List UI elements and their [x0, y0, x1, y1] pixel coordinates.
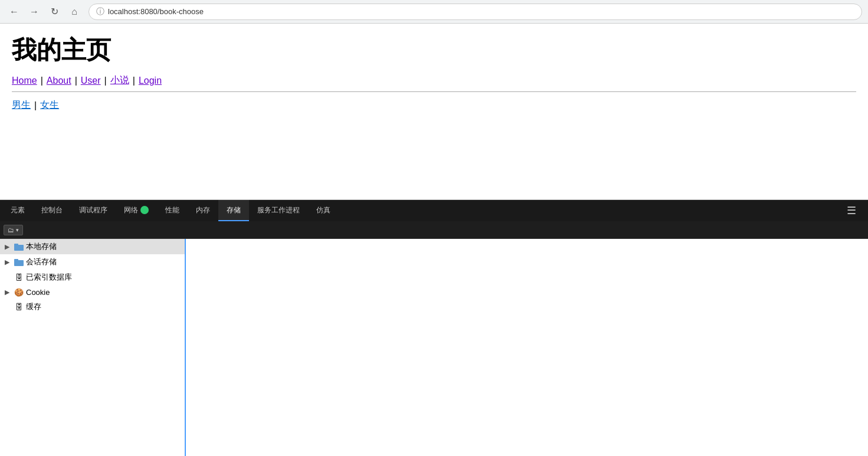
- url-text: localhost:8080/book-choose: [108, 7, 204, 16]
- sub-nav: 男生 | 女生: [12, 99, 856, 111]
- page-divider: [12, 91, 856, 92]
- sub-sep-1: |: [34, 100, 37, 111]
- nav-link-home[interactable]: Home: [12, 76, 37, 86]
- info-icon: ⓘ: [96, 6, 104, 17]
- sub-nav-male[interactable]: 男生: [12, 99, 31, 111]
- page-content: 我的主页 Home | About | User | 小说 | Login 男生…: [0, 24, 868, 111]
- nav-sep-3: |: [104, 76, 107, 86]
- page-title: 我的主页: [12, 35, 856, 65]
- forward-button[interactable]: →: [26, 4, 42, 20]
- nav-sep-1: |: [41, 76, 43, 86]
- address-bar[interactable]: ⓘ localhost:8080/book-choose: [89, 4, 862, 20]
- nav-sep-2: |: [75, 76, 77, 86]
- back-button[interactable]: ←: [6, 4, 22, 20]
- home-button[interactable]: ⌂: [66, 4, 83, 20]
- sub-nav-female[interactable]: 女生: [40, 99, 59, 111]
- reload-button[interactable]: ↻: [46, 4, 63, 20]
- nav-link-login[interactable]: Login: [139, 76, 162, 86]
- nav-buttons: ← → ↻ ⌂: [6, 4, 83, 20]
- browser-chrome: ← → ↻ ⌂ ⓘ localhost:8080/book-choose: [0, 0, 868, 24]
- nav-sep-4: |: [133, 76, 135, 86]
- nav-link-about[interactable]: About: [47, 76, 71, 86]
- main-nav: Home | About | User | 小说 | Login: [12, 74, 856, 87]
- nav-link-user[interactable]: User: [81, 76, 101, 86]
- nav-link-novel[interactable]: 小说: [110, 74, 129, 87]
